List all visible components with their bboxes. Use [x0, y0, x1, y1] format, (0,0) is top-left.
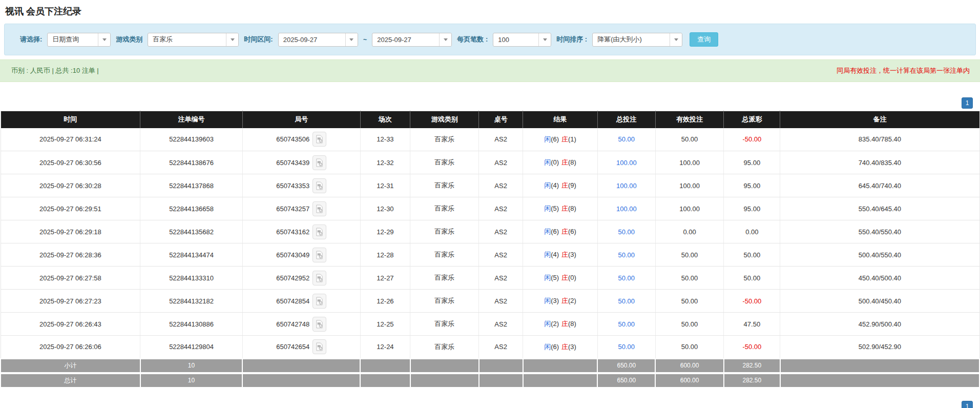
video-file-icon	[316, 274, 323, 282]
video-replay-button[interactable]	[312, 317, 326, 332]
cell-total-bet[interactable]: 50.00	[597, 128, 655, 151]
cell-bet-number: 522844137868	[140, 174, 243, 197]
cell-valid-bet: 100.00	[655, 151, 724, 174]
table-header: 时间 注单编号 局号 场次 游戏类别 桌号 结果 总投注 有效投注 总派彩 备注	[1, 111, 979, 128]
cell-total-bet[interactable]: 50.00	[597, 220, 655, 243]
game-category-dropdown-button[interactable]	[226, 33, 238, 46]
video-replay-button[interactable]	[312, 225, 326, 239]
subtotal-valid-bet: 600.00	[655, 359, 724, 373]
header-total-payout: 总派彩	[724, 111, 780, 128]
cell-total-bet[interactable]: 50.00	[597, 267, 655, 290]
round-number-text: 650742854	[276, 297, 309, 305]
total-count: 10	[140, 373, 243, 387]
cell-time: 2025-09-27 06:31:24	[1, 128, 140, 151]
search-button[interactable]: 查询	[690, 32, 718, 47]
video-replay-button[interactable]	[312, 271, 326, 285]
cell-total-payout: 95.00	[724, 151, 780, 174]
query-type-select[interactable]: 日期查询	[47, 33, 111, 47]
cell-total-bet[interactable]: 100.00	[597, 151, 655, 174]
page-1-button[interactable]: 1	[962, 401, 973, 408]
date-to-value: 2025-09-27	[372, 33, 439, 46]
result-player-points: (0)	[551, 158, 559, 166]
cell-round-number: 650743439	[242, 151, 360, 174]
currency-total-summary: 币别 : 人民币 | 总共 :10 注单 |	[11, 66, 99, 75]
result-banker-label: 庄	[561, 228, 568, 235]
result-player-label: 闲	[544, 251, 551, 258]
video-replay-button[interactable]	[312, 248, 326, 262]
total-row: 总计 10 650.00 600.00 282.50	[1, 373, 979, 387]
per-page-select[interactable]: 100	[493, 33, 551, 47]
result-player-label: 闲	[544, 181, 551, 189]
cell-total-payout: -50.00	[724, 290, 780, 313]
cell-valid-bet: 50.00	[655, 128, 724, 151]
result-banker-label: 庄	[561, 297, 568, 304]
date-from-input[interactable]: 2025-09-27	[278, 33, 358, 47]
per-page-dropdown-button[interactable]	[538, 33, 551, 46]
cell-total-bet[interactable]: 100.00	[597, 174, 655, 197]
cell-remark: 550.40/550.40	[780, 220, 979, 243]
cell-total-bet[interactable]: 100.00	[597, 197, 655, 220]
chevron-down-icon	[102, 38, 107, 41]
cell-game-category: 百家乐	[410, 313, 479, 336]
date-to-dropdown-button[interactable]	[439, 33, 451, 46]
cell-table-number: AS2	[479, 290, 523, 313]
cell-table-number: AS2	[479, 197, 523, 220]
cell-total-bet[interactable]: 50.00	[597, 243, 655, 267]
cell-game-category: 百家乐	[410, 290, 479, 313]
video-file-icon	[316, 205, 323, 213]
date-from-dropdown-button[interactable]	[345, 33, 358, 46]
video-replay-button[interactable]	[312, 294, 326, 309]
header-total-bet: 总投注	[597, 111, 655, 128]
total-total-bet: 650.00	[597, 373, 655, 387]
cell-result: 闲(3)庄(2)	[523, 290, 598, 313]
cell-time: 2025-09-27 06:28:36	[1, 243, 140, 267]
cell-table-number: AS2	[479, 267, 523, 290]
result-player-points: (6)	[551, 228, 559, 235]
video-replay-button[interactable]	[312, 178, 326, 193]
cell-session: 12-27	[360, 267, 410, 290]
cell-total-bet[interactable]: 50.00	[597, 290, 655, 313]
video-replay-button[interactable]	[312, 201, 326, 216]
cell-remark: 645.40/740.40	[780, 174, 979, 197]
cell-bet-number: 522844130886	[140, 313, 243, 336]
result-banker-points: (6)	[568, 228, 576, 235]
time-sort-dropdown-button[interactable]	[670, 33, 682, 46]
round-number-text: 650743506	[276, 135, 309, 143]
subtotal-count: 10	[140, 359, 243, 373]
time-sort-select[interactable]: 降冪(由大到小)	[592, 33, 682, 47]
cell-total-payout: -50.00	[724, 128, 780, 151]
round-number-text: 650742654	[276, 343, 309, 351]
cell-round-number: 650743506	[242, 128, 360, 151]
cell-remark: 500.40/550.40	[780, 243, 979, 267]
video-replay-button[interactable]	[312, 339, 326, 354]
cell-total-bet[interactable]: 50.00	[597, 336, 655, 359]
result-banker-label: 庄	[561, 320, 568, 328]
query-type-dropdown-button[interactable]	[98, 33, 110, 46]
cell-bet-number: 522844129804	[140, 336, 243, 359]
result-player-label: 闲	[544, 297, 551, 304]
cell-session: 12-31	[360, 174, 410, 197]
result-banker-points: (3)	[568, 343, 576, 351]
result-banker-label: 庄	[561, 343, 568, 351]
result-banker-points: (8)	[568, 158, 576, 166]
video-replay-button[interactable]	[312, 155, 326, 170]
cell-remark: 835.40/785.40	[780, 128, 979, 151]
cell-session: 12-32	[360, 151, 410, 174]
table-row: 2025-09-27 06:26:43 522844130886 6507427…	[1, 313, 979, 336]
result-banker-points: (3)	[568, 251, 576, 258]
cell-table-number: AS2	[479, 174, 523, 197]
summary-bar: 币别 : 人民币 | 总共 :10 注单 | 同局有效投注，统一计算在该局第一张…	[0, 59, 980, 82]
cell-round-number: 650743353	[242, 174, 360, 197]
header-remark: 备注	[780, 111, 979, 128]
table-row: 2025-09-27 06:27:58 522844133310 6507429…	[1, 267, 979, 290]
game-category-select[interactable]: 百家乐	[148, 33, 239, 47]
cell-session: 12-28	[360, 243, 410, 267]
page-1-button[interactable]: 1	[962, 97, 973, 109]
cell-game-category: 百家乐	[410, 267, 479, 290]
video-replay-button[interactable]	[312, 132, 326, 147]
cell-total-bet[interactable]: 50.00	[597, 313, 655, 336]
date-to-input[interactable]: 2025-09-27	[372, 33, 452, 47]
cell-total-payout: 47.50	[724, 313, 780, 336]
cell-session: 12-24	[360, 336, 410, 359]
cell-remark: 500.40/450.40	[780, 290, 979, 313]
